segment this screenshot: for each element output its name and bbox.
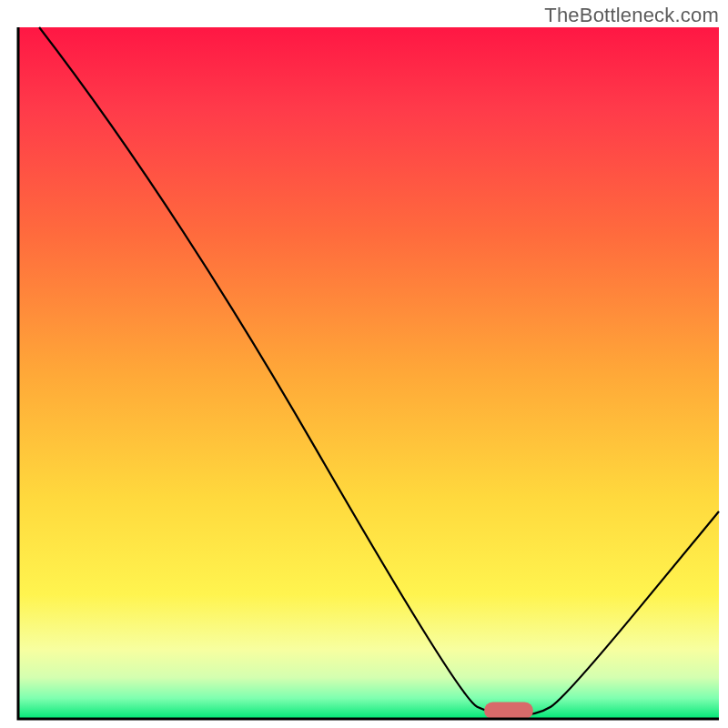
plot-background <box>18 27 719 719</box>
watermark-text: TheBottleneck.com <box>544 4 719 27</box>
chart-container: { "watermark": "TheBottleneck.com", "cha… <box>0 0 728 728</box>
bottleneck-chart <box>0 0 728 728</box>
optimal-marker <box>484 702 533 719</box>
